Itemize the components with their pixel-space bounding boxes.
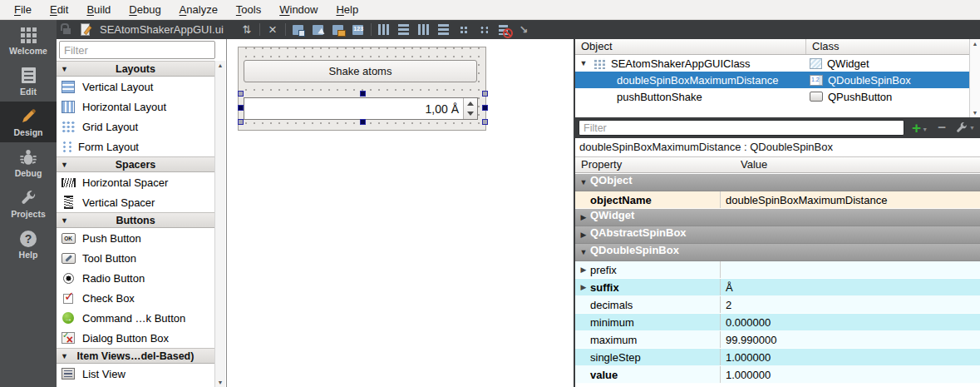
maximum-distance-spinbox[interactable]: 1,00 Å xyxy=(244,97,478,120)
section-header-spacers[interactable]: Spacers xyxy=(57,156,214,172)
widget-horizontal-layout[interactable]: Horizontal Layout xyxy=(57,97,214,117)
property-value[interactable]: 0.000000 xyxy=(720,314,980,330)
selection-handle-top-right[interactable] xyxy=(482,91,488,97)
widget-horizontal-spacer[interactable]: Horizontal Spacer xyxy=(57,172,214,192)
property-group-qabstractspinbox[interactable]: QAbstractSpinBox xyxy=(575,226,980,244)
selection-handle-top-left[interactable] xyxy=(238,91,244,97)
selection-handle-left-middle[interactable] xyxy=(238,105,244,111)
property-filter-input[interactable] xyxy=(579,120,904,136)
widget-command-link-button[interactable]: Command …k Button xyxy=(57,308,214,328)
object-row-form[interactable]: SEAtomShakerAppGUIClass QWidget xyxy=(575,55,980,72)
expand-icon[interactable] xyxy=(577,174,590,191)
document-title[interactable]: SEAtomShakerAppGUI.ui xyxy=(100,23,224,36)
widget-form-layout[interactable]: Form Layout xyxy=(57,136,214,156)
layout-vertical-splitter-icon[interactable] xyxy=(434,20,454,39)
object-row-pushbutton[interactable]: pushButtonShake QPushButton xyxy=(575,88,980,105)
document-switcher-icon[interactable] xyxy=(237,20,257,39)
menu-debug[interactable]: Debug xyxy=(120,0,170,19)
menu-window[interactable]: Window xyxy=(270,0,327,19)
column-header-value[interactable]: Value xyxy=(735,157,767,172)
mode-projects[interactable]: Projects xyxy=(0,183,57,224)
scroll-up-icon[interactable]: ▲ xyxy=(215,62,225,68)
widget-grid-layout[interactable]: Grid Layout xyxy=(57,117,214,136)
column-header-property[interactable]: Property xyxy=(575,157,735,172)
shake-atoms-button[interactable]: Shake atoms xyxy=(244,60,477,82)
expand-icon[interactable] xyxy=(577,244,590,260)
remove-dynamic-property-button[interactable]: − xyxy=(938,120,946,136)
layout-vertical-icon[interactable] xyxy=(394,20,414,39)
property-row-singlestep[interactable]: singleStep 1.000000 xyxy=(575,349,980,366)
widget-check-box[interactable]: Check Box xyxy=(57,288,214,308)
designed-form[interactable]: Shake atoms 1,00 Å xyxy=(238,47,486,131)
menu-build[interactable]: Build xyxy=(77,0,120,19)
edit-buddies-icon[interactable] xyxy=(328,20,348,39)
column-header-object[interactable]: Object xyxy=(575,39,806,54)
expand-icon[interactable] xyxy=(578,59,589,67)
object-row-spinbox[interactable]: doubleSpinBoxMaximumDistance QDoubleSpin… xyxy=(575,72,980,88)
layout-horizontal-icon[interactable] xyxy=(374,20,394,39)
section-header-item-views[interactable]: Item Views…del-Based) xyxy=(57,348,214,364)
selection-handle-bottom-left[interactable] xyxy=(238,119,244,125)
selection-handle-top-middle[interactable] xyxy=(360,91,366,97)
menu-file[interactable]: File xyxy=(5,0,41,19)
object-inspector-scrollbar[interactable]: ▲ ▼ xyxy=(969,39,980,117)
property-row-suffix[interactable]: suffix Å xyxy=(575,279,980,296)
expand-icon[interactable] xyxy=(577,226,590,243)
property-row-value[interactable]: value 1.000000 xyxy=(575,366,980,384)
menu-help[interactable]: Help xyxy=(327,0,367,19)
layout-grid-icon[interactable] xyxy=(454,20,474,39)
expand-icon[interactable] xyxy=(577,209,590,226)
widget-tool-button[interactable]: Tool Button xyxy=(57,248,214,268)
property-group-qwidget[interactable]: QWidget xyxy=(575,209,980,226)
selection-handle-bottom-middle[interactable] xyxy=(360,119,366,125)
break-layout-icon[interactable] xyxy=(494,20,514,39)
scroll-up-icon[interactable]: ▲ xyxy=(970,41,980,47)
selection-handle-right-middle[interactable] xyxy=(482,105,488,111)
mode-design[interactable]: Design xyxy=(0,102,57,142)
selection-handle-bottom-right[interactable] xyxy=(482,119,488,125)
widget-filter-input[interactable] xyxy=(59,41,215,59)
property-row-objectname[interactable]: objectName doubleSpinBoxMaximumDistance xyxy=(575,191,980,209)
widget-push-button[interactable]: Push Button xyxy=(57,228,214,248)
adjust-size-icon[interactable] xyxy=(514,20,534,39)
spin-up-icon[interactable] xyxy=(464,98,477,109)
widget-vertical-spacer[interactable]: Vertical Spacer xyxy=(57,192,214,212)
close-document-icon[interactable] xyxy=(263,20,283,39)
expand-icon[interactable] xyxy=(577,279,590,296)
menu-edit[interactable]: Edit xyxy=(41,0,77,19)
mode-edit[interactable]: Edit xyxy=(0,61,57,102)
configure-property-editor-button[interactable]: ▼ xyxy=(956,122,975,134)
property-row-maximum[interactable]: maximum 99.990000 xyxy=(575,331,980,349)
property-value[interactable]: 99.990000 xyxy=(720,331,980,348)
menu-tools[interactable]: Tools xyxy=(227,0,270,19)
menu-analyze[interactable]: Analyze xyxy=(170,0,227,19)
widget-radio-button[interactable]: Radio Button xyxy=(57,268,214,288)
edit-tab-order-icon[interactable] xyxy=(348,20,368,39)
layout-horizontal-splitter-icon[interactable] xyxy=(414,20,434,39)
mode-help[interactable]: ? Help xyxy=(0,224,57,265)
property-value[interactable]: doubleSpinBoxMaximumDistance xyxy=(720,191,980,208)
edit-widgets-icon[interactable] xyxy=(288,20,308,39)
widget-vertical-layout[interactable]: Vertical Layout xyxy=(57,77,214,97)
mode-welcome[interactable]: Welcome xyxy=(0,20,57,61)
scroll-down-icon[interactable]: ▼ xyxy=(970,110,980,116)
property-value[interactable]: 1.000000 xyxy=(720,349,980,365)
property-row-decimals[interactable]: decimals 2 xyxy=(575,296,980,314)
property-value[interactable]: 2 xyxy=(720,296,980,313)
property-value[interactable] xyxy=(720,261,980,278)
widget-box-scrollbar[interactable]: ▲ ▼ xyxy=(214,61,225,387)
section-header-layouts[interactable]: Layouts xyxy=(57,61,214,77)
layout-form-icon[interactable] xyxy=(474,20,494,39)
section-header-buttons[interactable]: Buttons xyxy=(57,212,214,228)
property-group-qobject[interactable]: QObject xyxy=(575,174,980,191)
property-row-prefix[interactable]: prefix xyxy=(575,261,980,279)
edit-signals-slots-icon[interactable] xyxy=(308,20,328,39)
property-value[interactable]: 1.000000 xyxy=(720,366,980,383)
add-dynamic-property-button[interactable]: +▼ xyxy=(912,120,928,136)
spin-down-icon[interactable] xyxy=(464,109,477,120)
expand-icon[interactable] xyxy=(577,261,590,279)
mode-debug[interactable]: Debug xyxy=(0,142,57,183)
widget-dialog-button-box[interactable]: Dialog Button Box xyxy=(57,328,214,348)
property-value[interactable]: Å xyxy=(720,279,980,295)
column-header-class[interactable]: Class xyxy=(806,39,980,54)
